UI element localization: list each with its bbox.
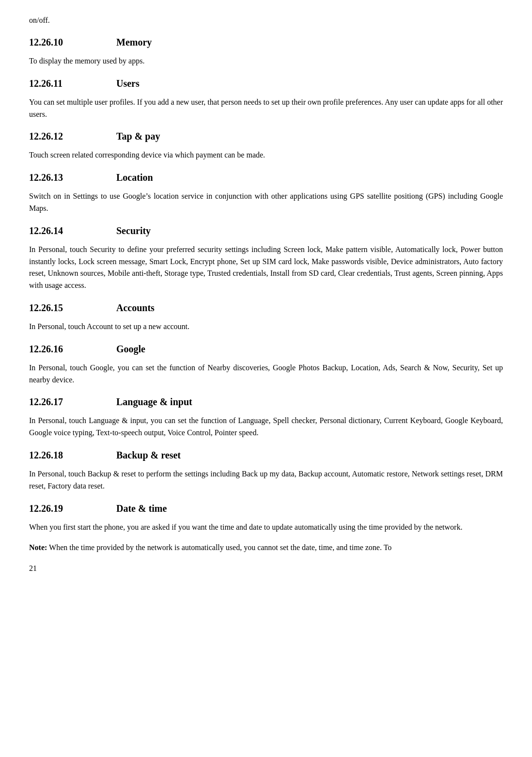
- section-number: 12.26.15: [29, 300, 116, 315]
- note-text: Note: When the time provided by the netw…: [29, 542, 503, 554]
- section-body: In Personal, touch Account to set up a n…: [29, 321, 503, 333]
- section-title: Tap & pay: [116, 129, 160, 143]
- section-number: 12.26.13: [29, 170, 116, 185]
- note-label: Note:: [29, 543, 47, 552]
- intro-text: on/off.: [29, 15, 503, 26]
- section-number: 12.26.10: [29, 35, 116, 49]
- section-number: 12.26.11: [29, 76, 116, 91]
- section-12-26-10: 12.26.10MemoryTo display the memory used…: [29, 35, 503, 67]
- section-number: 12.26.17: [29, 394, 116, 409]
- section-12-26-15: 12.26.15AccountsIn Personal, touch Accou…: [29, 300, 503, 333]
- section-number: 12.26.18: [29, 448, 116, 462]
- section-body: Touch screen related corresponding devic…: [29, 149, 503, 161]
- section-number: 12.26.14: [29, 223, 116, 238]
- section-body: In Personal, touch Backup & reset to per…: [29, 468, 503, 492]
- section-body: You can set multiple user profiles. If y…: [29, 96, 503, 121]
- section-12-26-13: 12.26.13LocationSwitch on in Settings to…: [29, 170, 503, 215]
- section-title: Location: [116, 170, 153, 185]
- section-title: Date & time: [116, 501, 167, 516]
- section-body: To display the memory used by apps.: [29, 55, 503, 67]
- section-body: When you first start the phone, you are …: [29, 521, 503, 534]
- section-body: In Personal, touch Security to define yo…: [29, 244, 503, 292]
- section-title: Google: [116, 342, 145, 356]
- section-body: In Personal, touch Google, you can set t…: [29, 362, 503, 386]
- section-title: Users: [116, 76, 140, 91]
- section-body: In Personal, touch Language & input, you…: [29, 415, 503, 439]
- section-number: 12.26.19: [29, 501, 116, 516]
- page-number: 21: [29, 563, 503, 574]
- section-12-26-17: 12.26.17Language & inputIn Personal, tou…: [29, 394, 503, 439]
- section-body: Switch on in Settings to use Google’s lo…: [29, 190, 503, 215]
- section-title: Language & input: [116, 394, 192, 409]
- section-12-26-18: 12.26.18Backup & resetIn Personal, touch…: [29, 448, 503, 492]
- section-number: 12.26.12: [29, 129, 116, 143]
- section-number: 12.26.16: [29, 342, 116, 356]
- section-title: Security: [116, 223, 151, 238]
- section-12-26-16: 12.26.16GoogleIn Personal, touch Google,…: [29, 342, 503, 386]
- note-body: When the time provided by the network is…: [47, 543, 391, 552]
- section-12-26-12: 12.26.12Tap & payTouch screen related co…: [29, 129, 503, 161]
- section-title: Backup & reset: [116, 448, 181, 462]
- section-12-26-14: 12.26.14SecurityIn Personal, touch Secur…: [29, 223, 503, 292]
- section-title: Accounts: [116, 300, 155, 315]
- section-12-26-11: 12.26.11UsersYou can set multiple user p…: [29, 76, 503, 121]
- section-title: Memory: [116, 35, 152, 49]
- section-12-26-19: 12.26.19Date & timeWhen you first start …: [29, 501, 503, 534]
